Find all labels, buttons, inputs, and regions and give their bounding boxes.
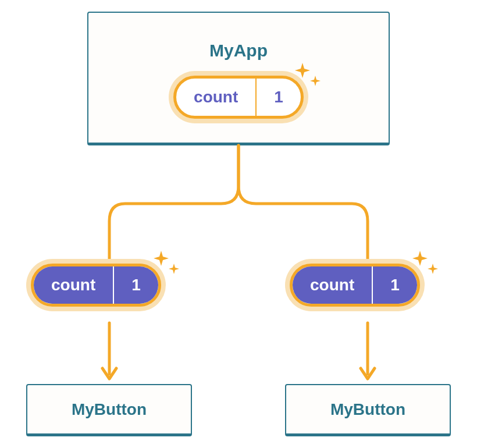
prop-value: 1 bbox=[113, 266, 158, 304]
connector-arrow-left bbox=[99, 323, 122, 387]
parent-component-title: MyApp bbox=[209, 41, 268, 61]
child-prop-pill-inner: count 1 bbox=[290, 264, 420, 307]
connector-fork bbox=[0, 145, 477, 268]
child-component-name: MyButton bbox=[72, 400, 147, 419]
connector-arrow-right bbox=[357, 323, 380, 387]
child-component-name: MyButton bbox=[330, 400, 405, 419]
child-prop-pill-outer: count 1 bbox=[285, 259, 425, 311]
child-component-box-right: MyButton bbox=[285, 384, 451, 436]
parent-state-pill: count 1 bbox=[169, 71, 308, 123]
state-label: count bbox=[176, 79, 255, 116]
parent-component-box: MyApp count 1 bbox=[87, 12, 390, 145]
child-prop-pill-inner: count 1 bbox=[31, 264, 161, 307]
prop-value: 1 bbox=[372, 266, 417, 304]
prop-label: count bbox=[293, 266, 372, 304]
child-component-box-left: MyButton bbox=[26, 384, 192, 436]
diagram-canvas: MyApp count 1 count 1 bbox=[0, 0, 477, 448]
state-value: 1 bbox=[255, 79, 301, 116]
parent-state-pill-inner: count 1 bbox=[173, 76, 304, 119]
child-prop-pill-right: count 1 bbox=[285, 259, 425, 311]
prop-label: count bbox=[34, 266, 113, 304]
child-prop-pill-outer: count 1 bbox=[26, 259, 166, 311]
child-prop-pill-left: count 1 bbox=[26, 259, 166, 311]
